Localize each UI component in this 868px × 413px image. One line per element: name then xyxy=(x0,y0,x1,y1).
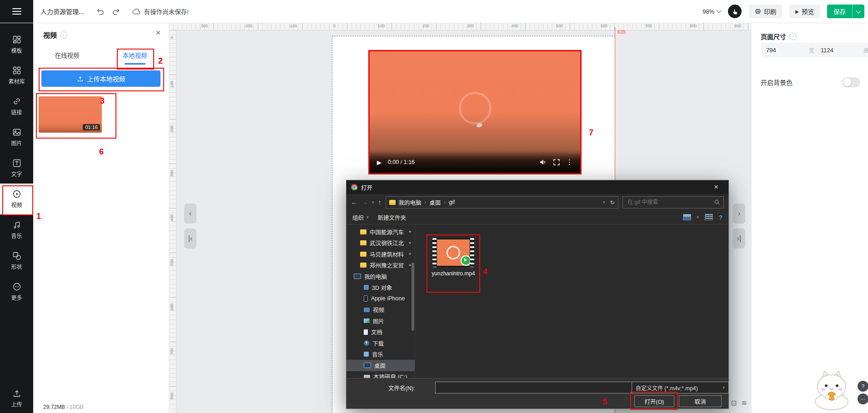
sidebar-item-text[interactable]: 文字 xyxy=(0,153,33,184)
thumbnail-view-icon[interactable] xyxy=(683,214,691,220)
save-dropdown-button[interactable] xyxy=(853,5,864,18)
sidebar-item-upload[interactable]: 上传 xyxy=(0,383,33,413)
preview-button[interactable]: ▶ 预览 xyxy=(789,5,820,18)
organize-button[interactable]: 组织 ▾ xyxy=(352,213,369,222)
new-folder-button[interactable]: 新建文件夹 xyxy=(378,213,406,222)
first-page-button[interactable]: |‹ xyxy=(184,229,196,249)
sidebar-item-shape[interactable]: 形状 xyxy=(0,245,33,276)
tree-item-local-disk[interactable]: 本地磁盘 (C:) xyxy=(346,371,415,378)
zoom-control[interactable]: 98% xyxy=(702,8,721,15)
up-button[interactable]: ↑ xyxy=(378,199,381,206)
page-width-input[interactable] xyxy=(765,46,793,54)
more-widget-button[interactable]: ⋯ xyxy=(858,393,868,404)
page-height-input[interactable] xyxy=(820,46,847,54)
refresh-icon[interactable]: ↻ xyxy=(610,199,615,206)
tree-item-pinned-folder[interactable]: 马贝建筑材料 ✦ xyxy=(346,249,415,260)
tree-item-this-pc[interactable]: 我的电脑 xyxy=(346,271,415,282)
tree-item-music[interactable]: 音乐 xyxy=(346,349,415,360)
tree-item-pictures[interactable]: 图片 xyxy=(346,315,415,327)
chevron-down-icon: ▾ xyxy=(722,385,725,390)
canvas-video-element[interactable]: ▶ 0:00 / 1:16 ⋮ xyxy=(368,50,582,174)
address-dropdown-icon[interactable]: ▾ xyxy=(603,200,605,204)
next-page-button[interactable]: › xyxy=(733,204,745,224)
document-title: 人力资源管理... xyxy=(40,7,84,16)
sidebar-item-link[interactable]: 链接 xyxy=(0,91,33,122)
back-button[interactable]: ← xyxy=(351,199,357,206)
dialog-close-button[interactable]: × xyxy=(708,183,724,191)
chevron-down-icon xyxy=(856,8,861,13)
volume-icon[interactable] xyxy=(539,159,547,165)
video-thumbnail[interactable]: 01:16 xyxy=(39,96,102,133)
save-button[interactable]: 保存 xyxy=(827,5,853,18)
scrollbar-thumb[interactable] xyxy=(411,263,414,331)
sidebar-item-image[interactable]: 图片 xyxy=(0,122,33,153)
tree-item-desktop[interactable]: 桌面 xyxy=(346,360,415,371)
breadcrumb-item[interactable]: 桌面 xyxy=(429,198,441,207)
mascot-cat[interactable] xyxy=(805,369,858,411)
breadcrumb-item[interactable]: 我的电脑 xyxy=(399,198,421,207)
list-view-icon[interactable] xyxy=(705,214,713,220)
height-unit-label: 高 xyxy=(863,46,868,54)
sidebar-item-more[interactable]: 更多 xyxy=(0,276,33,307)
filename-input[interactable] xyxy=(435,382,636,393)
file-item-video[interactable]: yunzhanintro.mp4 xyxy=(430,238,477,278)
tree-item-3d-objects[interactable]: 3D 对象 xyxy=(346,282,415,294)
history-dropdown-icon[interactable]: ▾ xyxy=(372,200,374,204)
tree-item-videos[interactable]: 视频 xyxy=(346,304,415,316)
wave-icon[interactable]: ≋ xyxy=(742,399,748,407)
tree-item-label: 下载 xyxy=(372,339,384,348)
filetype-select[interactable]: 自定义文件 (*.m4v;*.mp4) ▾ xyxy=(632,382,729,393)
panel-close-button[interactable]: × xyxy=(156,28,161,38)
library-icon xyxy=(12,66,21,75)
main-menu-button[interactable] xyxy=(0,0,33,23)
hand-tool-button[interactable] xyxy=(728,5,742,18)
tree-item-downloads[interactable]: 下载 xyxy=(346,338,415,349)
breadcrumb-item[interactable]: gif xyxy=(449,199,455,205)
filetype-value: 自定义文件 (*.m4v;*.mp4) xyxy=(636,384,698,392)
forward-button[interactable]: → xyxy=(361,199,368,206)
redo-button[interactable] xyxy=(112,7,120,15)
text-icon xyxy=(12,159,21,168)
sidebar-item-library[interactable]: 素材库 xyxy=(0,60,33,91)
last-page-button[interactable]: ›| xyxy=(733,229,745,249)
sidebar-item-video[interactable]: 视频 xyxy=(0,184,33,214)
tree-item-pinned-folder[interactable]: 武汉钢铁江北 ✦ xyxy=(346,238,415,249)
background-color-toggle[interactable] xyxy=(842,77,860,87)
video-file-thumbnail xyxy=(432,238,474,267)
cancel-button[interactable]: 取消 xyxy=(679,395,722,407)
address-bar[interactable]: 我的电脑 › 桌面 › gif ▾ ↻ xyxy=(386,196,618,209)
open-button[interactable]: 打开(O) xyxy=(634,395,674,407)
prev-page-button[interactable]: ‹ xyxy=(184,204,196,224)
canvas-fit-controls: ⊡ ≋ xyxy=(731,399,747,407)
play-button[interactable]: ▶ xyxy=(377,159,381,166)
undo-button[interactable] xyxy=(96,7,104,15)
sidebar-item-template[interactable]: 模板 xyxy=(0,29,33,60)
ruler-tick: 100 xyxy=(170,81,174,88)
tree-item-documents[interactable]: 文档 xyxy=(346,327,415,338)
page-size-title: 页面尺寸 xyxy=(761,32,786,41)
dialog-file-list[interactable]: yunzhanintro.mp4 xyxy=(415,224,728,378)
print-button[interactable]: 印刷 xyxy=(749,5,782,18)
search-input[interactable] xyxy=(627,199,712,206)
play-icon: ▶ xyxy=(795,9,799,14)
fullscreen-icon[interactable] xyxy=(553,159,560,165)
more-options-icon[interactable]: ⋮ xyxy=(566,158,573,166)
tree-item-pinned-folder[interactable]: 郑州豫之安贸 ✦ xyxy=(346,260,415,271)
help-icon[interactable]: ? xyxy=(719,214,722,221)
ruler-tick: 400 xyxy=(511,24,518,28)
chevron-down-icon[interactable]: ▾ xyxy=(697,215,699,219)
tree-item-pinned-folder[interactable]: 中国能源汽车 ✦ xyxy=(346,226,415,238)
tab-online-video[interactable]: 在线视频 xyxy=(33,46,101,65)
upload-local-video-button[interactable]: 上传本地视频 xyxy=(41,70,161,87)
zoom-value: 98% xyxy=(702,8,714,15)
tab-local-video[interactable]: 本地视频 xyxy=(101,46,169,65)
music-icon xyxy=(12,220,21,229)
phone-icon xyxy=(364,295,368,302)
tree-item-iphone[interactable]: Apple iPhone xyxy=(346,293,415,304)
dialog-navbar: ← → ▾ ↑ 我的电脑 › 桌面 › gif ▾ ↻ xyxy=(346,194,728,210)
image-icon xyxy=(12,128,21,137)
fit-screen-icon[interactable]: ⊡ xyxy=(731,399,737,407)
folder-icon xyxy=(360,240,366,245)
help-widget-button[interactable]: ? xyxy=(858,381,868,392)
sidebar-item-music[interactable]: 音乐 xyxy=(0,214,33,245)
